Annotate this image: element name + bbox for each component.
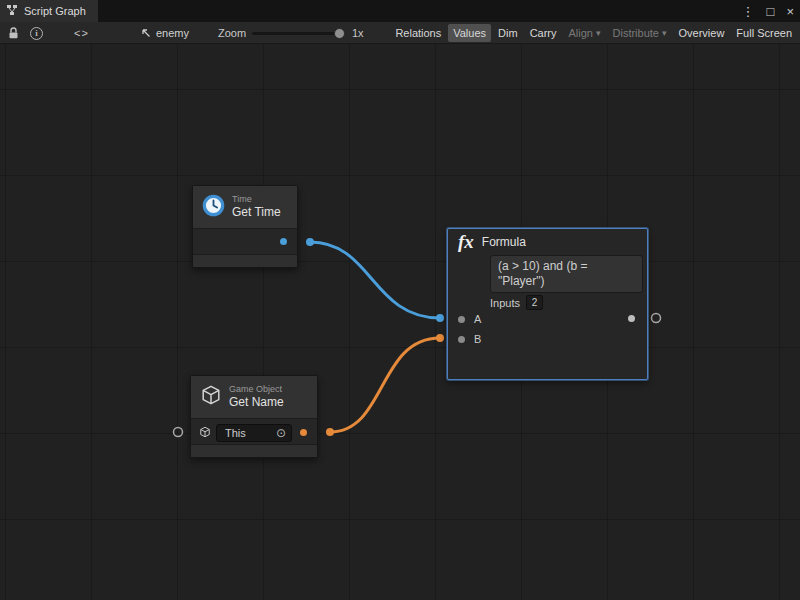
- dim-button[interactable]: Dim: [493, 24, 523, 42]
- formula-expression-input[interactable]: (a > 10) and (b = "Player"): [490, 255, 643, 293]
- zoom-slider-handle[interactable]: [334, 28, 345, 39]
- get-time-header: Time Get Time: [193, 186, 297, 229]
- target-value: This: [225, 427, 246, 439]
- toolbar-buttons: Relations Values Dim Carry Align▾ Distri…: [390, 22, 797, 44]
- tab-script-graph[interactable]: Script Graph: [0, 0, 98, 22]
- get-name-output-port[interactable]: [300, 429, 307, 436]
- maximize-icon[interactable]: □: [767, 5, 775, 18]
- connection-start-dot: [326, 428, 334, 436]
- graph-breadcrumb[interactable]: enemy: [140, 22, 189, 44]
- chevron-down-icon: ▾: [596, 28, 601, 38]
- tab-title: Script Graph: [24, 5, 86, 17]
- node-footer: [191, 444, 317, 457]
- connection-start-dot: [306, 238, 314, 246]
- formula-input-port-b[interactable]: [458, 336, 465, 343]
- object-picker-icon[interactable]: ⊙: [276, 427, 286, 439]
- zoom-value: 1x: [352, 22, 364, 44]
- node-category: Game Object: [229, 384, 284, 395]
- get-name-header: Game Object Get Name: [191, 376, 317, 419]
- zoom-label: Zoom: [218, 22, 246, 44]
- formula-output-port[interactable]: [628, 315, 635, 322]
- node-formula[interactable]: fx Formula (a > 10) and (b = "Player") I…: [447, 228, 648, 380]
- connection-end-dot: [436, 314, 444, 322]
- values-button[interactable]: Values: [448, 24, 491, 42]
- formula-port-b-row: B: [448, 329, 647, 349]
- formula-header: fx Formula: [448, 229, 647, 255]
- info-icon[interactable]: i: [30, 22, 43, 44]
- align-button[interactable]: Align▾: [564, 24, 606, 42]
- node-get-time[interactable]: Time Get Time: [192, 185, 298, 268]
- clock-icon: [202, 194, 225, 221]
- overview-button[interactable]: Overview: [674, 24, 730, 42]
- get-time-output-port[interactable]: [280, 238, 287, 245]
- port-b-label: B: [474, 333, 481, 345]
- node-category: Time: [232, 194, 281, 205]
- formula-input-port-a[interactable]: [458, 316, 465, 323]
- formula-port-a-row: A: [448, 309, 647, 329]
- graph-pointer-icon: [140, 27, 151, 40]
- window-menu-icon[interactable]: ⋮: [742, 5, 755, 18]
- node-title: Get Time: [232, 205, 281, 220]
- getname-input-port-outer[interactable]: [174, 428, 183, 437]
- carry-button[interactable]: Carry: [525, 24, 562, 42]
- mini-cube-icon: [199, 424, 211, 442]
- script-graph-icon: [6, 4, 18, 18]
- cube-icon: [200, 384, 222, 410]
- code-icon[interactable]: <>: [74, 22, 89, 44]
- close-icon[interactable]: ×: [786, 5, 794, 18]
- connections-layer: [0, 44, 800, 600]
- fullscreen-button[interactable]: Full Screen: [731, 24, 797, 42]
- node-title: Get Name: [229, 395, 284, 410]
- get-time-ports: [193, 229, 297, 255]
- zoom-slider-track[interactable]: [252, 32, 344, 35]
- formula-fx-icon: fx: [458, 231, 474, 253]
- connection-getname-to-formula-b[interactable]: [330, 338, 440, 432]
- relations-button[interactable]: Relations: [390, 24, 446, 42]
- target-object-field[interactable]: This ⊙: [216, 424, 292, 442]
- inputs-count-field[interactable]: 2: [526, 295, 543, 310]
- zoom-slider[interactable]: [252, 22, 344, 44]
- formula-output-port-outer[interactable]: [652, 314, 661, 323]
- get-name-ports: This ⊙: [191, 419, 317, 447]
- distribute-button[interactable]: Distribute▾: [608, 24, 672, 42]
- node-title: Formula: [482, 235, 526, 249]
- lock-icon[interactable]: [8, 22, 19, 44]
- title-bar: Script Graph ⋮ □ ×: [0, 0, 800, 22]
- node-footer: [193, 254, 297, 267]
- port-a-label: A: [474, 313, 481, 325]
- script-graph-window: Script Graph ⋮ □ × i <> enemy: [0, 0, 800, 600]
- graph-name: enemy: [156, 27, 189, 39]
- connection-end-dot: [436, 334, 444, 342]
- connection-gettime-to-formula-a[interactable]: [310, 242, 440, 318]
- node-get-name[interactable]: Game Object Get Name This ⊙: [190, 375, 318, 458]
- formula-inputs-row: Inputs 2: [490, 295, 543, 310]
- chevron-down-icon: ▾: [662, 28, 667, 38]
- graph-canvas[interactable]: Time Get Time fx Formula (a > 10) and (b…: [0, 44, 800, 600]
- inputs-label: Inputs: [490, 297, 520, 309]
- graph-toolbar: i <> enemy Zoom 1x Relations Values Dim …: [0, 22, 800, 44]
